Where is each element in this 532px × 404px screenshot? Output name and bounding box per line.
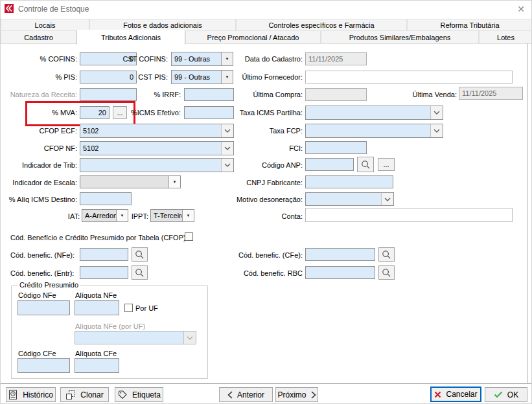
chevron-down-icon[interactable] (430, 124, 443, 137)
benefic-rbc-search-button[interactable] (378, 265, 395, 280)
active-tab-joint (77, 43, 185, 45)
window-title: Controle de Estoque (18, 5, 89, 14)
cnpj-fabricante-input[interactable] (305, 175, 393, 188)
tag-icon (117, 390, 128, 400)
por-uf-label: Por UF (135, 304, 158, 313)
aliquota-nfe-uf-label: Alíquota NFe (por UF) (75, 322, 145, 331)
close-icon[interactable]: ✕ (515, 3, 527, 15)
tab-produtos-similares-embalagens[interactable]: Produtos Similares/Embalagens (321, 30, 479, 44)
titlebar: Controle de Estoque ✕ (1, 1, 531, 17)
controle-de-estoque-dialog: Controle de Estoque ✕ Locais Fotos e dad… (0, 0, 532, 404)
search-icon (382, 250, 391, 260)
app-icon (5, 4, 14, 13)
motivo-desoneracao-select[interactable] (305, 192, 394, 206)
tab-tributos-adicionais[interactable]: Tributos Adicionais (76, 30, 185, 45)
benefic-rbc-input[interactable] (305, 266, 375, 279)
codigo-nfe-input[interactable] (17, 300, 70, 315)
pis-label: % PIS: (7, 73, 77, 82)
taxa-fcp-select[interactable] (305, 124, 443, 138)
por-uf-checkbox[interactable] (124, 304, 133, 312)
beneficio-tabela-checkbox[interactable] (185, 232, 193, 241)
benefic-nfe-input[interactable] (80, 248, 128, 261)
chevron-down-icon (183, 331, 196, 344)
aliquota-nfe-input[interactable] (75, 300, 119, 315)
indicador-trib-select[interactable] (80, 158, 234, 172)
natureza-receita-label: Natureza da Receita: (4, 90, 77, 99)
search-icon (135, 250, 145, 260)
dropdown-arrow-icon[interactable]: ▼ (168, 176, 180, 188)
cfop-ecf-label: CFOP ECF: (7, 126, 77, 135)
indicador-escala-label: Indicador de Escala: (4, 178, 77, 187)
footer-separator-light (1, 384, 532, 385)
beneficio-tabela-label: Cód. Benefício e Crédito Presumido por T… (10, 233, 186, 242)
iat-select[interactable]: A-Arredondamento ▼ (82, 209, 128, 222)
aliquota-cfe-input[interactable] (75, 358, 119, 373)
taxa-icms-partilha-label: Taxa ICMS Partilha: (221, 108, 303, 117)
mva-input[interactable]: 20 (80, 106, 110, 119)
indicador-escala-select[interactable]: ▼ (80, 175, 181, 188)
tab-preco-promocional-atacado[interactable]: Preço Promocional / Atacado (185, 30, 321, 44)
tab-lotes[interactable]: Lotes (479, 30, 532, 44)
chevron-right-icon (311, 391, 316, 399)
anterior-button[interactable]: Anterior (219, 387, 273, 402)
ultima-venda-input: 11/11/2025 (459, 87, 523, 100)
dropdown-arrow-icon[interactable]: ▼ (182, 210, 194, 221)
anp-more-button[interactable]: ... (378, 158, 395, 171)
benefic-entr-input[interactable] (80, 266, 128, 279)
cfop-nf-select[interactable]: 5102 (80, 141, 234, 155)
motivo-desoneracao-label: Motivo desoneração: (221, 195, 303, 204)
data-cadastro-input: 11/11/2025 (305, 52, 367, 65)
cofins-label: % COFINS: (7, 54, 77, 63)
ultimo-fornecedor-input[interactable] (305, 71, 513, 84)
tab-reforma-tributaria[interactable]: Reforma Tributária (407, 19, 532, 31)
tab-controles-especificos-farmacia[interactable]: Controles específicos e Farmácia (236, 19, 407, 31)
proximo-button[interactable]: Próximo (275, 387, 318, 402)
anp-search-button[interactable] (357, 157, 374, 172)
aliq-icms-destino-input[interactable] (80, 192, 132, 205)
benefic-cfe-search-button[interactable] (378, 247, 395, 262)
tab-row-2: Cadastro Tributos Adicionais Preço Promo… (1, 30, 532, 44)
benefic-entr-search-button[interactable] (132, 265, 148, 280)
historico-button[interactable]: Histórico (6, 387, 56, 402)
conta-input[interactable] (305, 208, 513, 222)
clone-icon (65, 390, 76, 400)
taxa-icms-partilha-select[interactable] (305, 106, 443, 120)
tab-cadastro[interactable]: Cadastro (1, 30, 76, 44)
fci-input[interactable] (305, 141, 367, 154)
codigo-cfe-label: Código CFe (18, 349, 56, 358)
codigo-anp-input[interactable] (305, 158, 354, 171)
cfop-ecf-select[interactable]: 5102 (80, 124, 234, 138)
cancel-x-icon (434, 391, 441, 398)
search-icon (382, 268, 391, 278)
ultima-venda-label: Última Venda: (389, 90, 457, 99)
benefic-cfe-input[interactable] (305, 248, 375, 261)
dropdown-arrow-icon[interactable]: ▼ (116, 210, 128, 221)
taxa-fcp-label: Taxa FCP: (221, 126, 303, 135)
ok-button[interactable]: OK (485, 387, 527, 402)
benefic-rbc-label: Cód. benefic. RBC (231, 269, 303, 278)
chevron-down-icon[interactable] (430, 106, 443, 119)
benefic-nfe-search-button[interactable] (132, 247, 148, 262)
clonar-button[interactable]: Clonar (60, 387, 109, 402)
chevron-down-icon[interactable] (381, 193, 393, 205)
iat-label: IAT: (52, 212, 80, 221)
chevron-left-icon (227, 391, 233, 399)
codigo-cfe-input[interactable] (17, 358, 70, 373)
search-icon (135, 268, 145, 278)
aliq-icms-destino-label: % Alíq ICMS Destino: (4, 195, 77, 204)
ippt-label: IPPT: (128, 212, 148, 221)
icms-efetivo-label: %ICMS Efetivo: (111, 108, 181, 117)
ippt-select[interactable]: T-Terceiros ▼ (150, 209, 194, 222)
conta-label: Conta: (221, 212, 303, 221)
etiqueta-button[interactable]: Etiqueta (115, 387, 163, 402)
search-icon (361, 160, 371, 170)
aliquota-cfe-label: Alíquota CFe (75, 349, 117, 358)
codigo-anp-label: Código ANP: (221, 161, 303, 170)
check-icon (494, 391, 503, 398)
cancelar-button[interactable]: Cancelar (430, 387, 481, 402)
cfop-nf-label: CFOP NF: (7, 144, 77, 153)
aliquota-nfe-uf-select (75, 331, 196, 344)
content-right-border (527, 43, 527, 383)
mva-label: % MVA: (7, 108, 77, 117)
benefic-entr-label: Cód. benefic. (Entr): (10, 269, 74, 278)
